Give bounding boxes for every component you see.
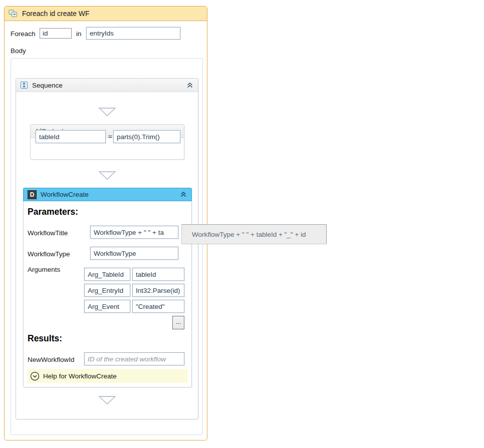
workflowcreate-header[interactable]: D WorkflowCreate: [23, 188, 192, 201]
parameters-heading: Parameters:: [28, 207, 78, 217]
foreach-collection-input[interactable]: [86, 27, 180, 40]
assign-value-input[interactable]: [113, 130, 180, 143]
foreach-icon: [9, 10, 18, 18]
help-expander[interactable]: Help for WorkflowCreate: [28, 369, 188, 383]
sequence-title: Sequence: [32, 82, 63, 89]
argument-value-input[interactable]: [132, 300, 184, 313]
newworkflowid-label: NewWorkflowId: [28, 356, 75, 363]
results-heading: Results:: [28, 333, 62, 344]
drop-target-triangle[interactable]: [98, 107, 116, 117]
foreach-activity-title: Foreach id create WF: [22, 10, 90, 18]
argument-value-input[interactable]: [132, 284, 184, 297]
foreach-item-input[interactable]: [40, 28, 72, 39]
sequence-icon: [20, 81, 28, 89]
foreach-label: Foreach: [11, 30, 36, 38]
drop-triangle-icon: [98, 171, 116, 180]
sequence-header[interactable]: Sequence: [16, 79, 198, 92]
arguments-more-button[interactable]: ...: [172, 316, 184, 329]
drop-triangle-icon: [98, 395, 116, 405]
drop-target-triangle[interactable]: [98, 171, 116, 180]
workflowcreate-activity: D WorkflowCreate Parameters: WorkflowTit…: [23, 188, 192, 387]
argument-name-input[interactable]: [84, 268, 130, 281]
sequence-collapse-button[interactable]: [186, 81, 194, 89]
newworkflowid-input[interactable]: [84, 352, 184, 365]
workflowtype-label: WorkflowType: [28, 250, 70, 258]
body-label: Body: [11, 47, 26, 55]
in-label: in: [76, 30, 82, 38]
argument-name-input[interactable]: [84, 284, 130, 297]
foreach-activity: Foreach id create WF Foreach in Body Seq…: [4, 6, 207, 440]
drop-triangle-icon: [98, 107, 116, 117]
arguments-label: Arguments: [28, 266, 60, 273]
equals-sign: =: [108, 133, 112, 140]
assign-to-input[interactable]: [36, 130, 106, 143]
foreach-body-container: Sequence A+B Assign: [11, 58, 203, 435]
workflowcreate-collapse-button[interactable]: [179, 191, 187, 199]
sequence-activity: Sequence A+B Assign: [16, 78, 198, 419]
workflowcreate-icon: D: [28, 190, 37, 199]
argument-name-input[interactable]: [84, 300, 130, 313]
expression-tooltip: WorkflowType + " " + tableId + "_" + id: [181, 224, 327, 244]
workflowtype-input[interactable]: [90, 247, 178, 260]
chevron-double-up-icon: [180, 191, 187, 198]
help-label: Help for WorkflowCreate: [43, 372, 117, 380]
drop-target-triangle[interactable]: [98, 395, 116, 405]
workflowtitle-label: WorkflowTitle: [28, 229, 68, 237]
workflowtitle-input[interactable]: [90, 226, 178, 239]
foreach-activity-header[interactable]: Foreach id create WF: [5, 7, 207, 21]
argument-value-input[interactable]: [132, 268, 184, 281]
chevron-double-up-icon: [186, 82, 193, 89]
assign-activity: A+B Assign =: [30, 124, 184, 160]
workflowcreate-title: WorkflowCreate: [41, 191, 89, 198]
help-chevron-circle-icon: [30, 371, 40, 381]
